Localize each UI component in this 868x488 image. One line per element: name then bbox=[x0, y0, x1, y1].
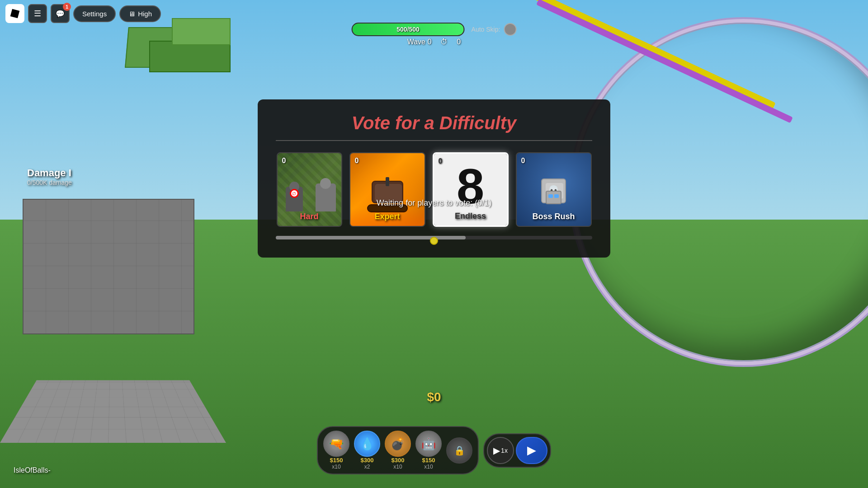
tower-icon-2: 💧 bbox=[354, 431, 380, 457]
tower-1-cost: $150 bbox=[330, 457, 343, 464]
username-label: IsleOfBalls- bbox=[14, 466, 51, 474]
difficulty-card-expert[interactable]: 0 Expert bbox=[349, 152, 425, 227]
auto-skip-control: Auto Skip: bbox=[472, 23, 517, 36]
grid-floor bbox=[0, 330, 226, 443]
wave-info: Wave 0 ⏱ 0 bbox=[407, 38, 461, 46]
hamburger-icon: ☰ bbox=[34, 9, 41, 19]
notification-button[interactable]: 💬 1 bbox=[51, 4, 70, 23]
tower-slots: 🔫 $150 x10 💧 $300 x2 💣 $300 x10 🤖 bbox=[317, 426, 479, 474]
health-text: 500/500 bbox=[353, 23, 464, 35]
difficulty-modal: Vote for a Difficulty ∅ 0 Hard bbox=[258, 99, 610, 258]
tower-slot-4[interactable]: 🤖 $150 x10 bbox=[415, 431, 442, 470]
play-speed-button[interactable]: ▶ 1x bbox=[487, 437, 514, 464]
tower-icon-5: 🔒 bbox=[446, 437, 472, 464]
speed-label: 1x bbox=[501, 447, 508, 454]
tower-4-cost: $150 bbox=[422, 457, 435, 464]
wave-label: Wave 0 bbox=[407, 38, 432, 46]
tower-slot-3[interactable]: 💣 $300 x10 bbox=[385, 431, 411, 470]
play-controls: ▶ 1x ▶ bbox=[483, 433, 551, 468]
health-bar-container: 500/500 Auto Skip: Wave 0 ⏱ 0 bbox=[352, 23, 517, 46]
bottom-bar: 🔫 $150 x10 💧 $300 x2 💣 $300 x10 🤖 bbox=[317, 426, 551, 474]
boss-rush-vote-count: 0 bbox=[521, 157, 525, 165]
waiting-text: Waiting for players to vote: (0/1) bbox=[377, 198, 491, 208]
play-arrow-icon: ▶ bbox=[527, 443, 536, 457]
monitor-icon: 🖥 bbox=[128, 10, 135, 18]
tower-icon-1: 🔫 bbox=[323, 431, 349, 457]
roblox-logo[interactable] bbox=[5, 4, 24, 23]
boss-robot: 💀 bbox=[538, 178, 570, 212]
play-button[interactable]: ▶ bbox=[516, 437, 547, 464]
timer-value: 0 bbox=[457, 38, 461, 46]
svg-rect-0 bbox=[10, 9, 20, 19]
modal-title: Vote for a Difficulty bbox=[276, 113, 592, 133]
damage-title: Damage I bbox=[27, 167, 72, 179]
tower-1-mult: x10 bbox=[332, 464, 340, 470]
tower-slot-1[interactable]: 🔫 $150 x10 bbox=[323, 431, 349, 470]
soldier-2 bbox=[316, 183, 336, 211]
difficulty-card-hard[interactable]: ∅ 0 Hard bbox=[277, 152, 342, 227]
money-display: $0 bbox=[427, 390, 441, 404]
tower-4-mult: x10 bbox=[424, 464, 433, 470]
expert-vote-count: 0 bbox=[355, 157, 359, 165]
green-block-mid bbox=[149, 41, 231, 72]
damage-info: Damage I 0/500K damage bbox=[27, 167, 72, 186]
stone-platform bbox=[23, 199, 194, 334]
tower-2-cost: $300 bbox=[361, 457, 374, 464]
modal-scrollbar[interactable] bbox=[276, 236, 592, 239]
tower-2-mult: x2 bbox=[364, 464, 370, 470]
damage-subtitle: 0/500K damage bbox=[27, 179, 72, 186]
endless-vote-count: 0 bbox=[439, 157, 443, 165]
hard-vote-count: 0 bbox=[282, 157, 286, 165]
auto-skip-toggle[interactable] bbox=[504, 23, 516, 36]
soldier-1: ∅ bbox=[286, 187, 303, 211]
tower-slot-5[interactable]: 🔒 bbox=[446, 437, 472, 464]
hard-label: Hard bbox=[278, 212, 341, 221]
difficulty-card-endless[interactable]: 8 0 Endless bbox=[433, 152, 509, 227]
tower-icon-3: 💣 bbox=[385, 431, 411, 457]
play-icon: ▶ bbox=[493, 445, 500, 456]
notification-badge: 1 bbox=[63, 3, 71, 11]
modal-divider bbox=[276, 140, 592, 141]
tower-3-cost: $300 bbox=[392, 457, 405, 464]
timer-icon: ⏱ bbox=[440, 38, 448, 46]
settings-button[interactable]: Settings bbox=[73, 5, 116, 22]
difficulty-card-boss-rush[interactable]: 💀 0 Boss Rush bbox=[516, 152, 592, 227]
notification-icon: 💬 bbox=[56, 9, 65, 18]
tower-slot-2[interactable]: 💧 $300 x2 bbox=[354, 431, 380, 470]
tower-3-mult: x10 bbox=[393, 464, 402, 470]
tower-icon-4: 🤖 bbox=[415, 431, 442, 457]
quality-button[interactable]: 🖥 High bbox=[119, 5, 161, 22]
health-bar: 500/500 bbox=[352, 23, 465, 36]
endless-label: Endless bbox=[434, 211, 507, 221]
difficulty-cards-row: ∅ 0 Hard bbox=[276, 152, 592, 227]
boss-rush-label: Boss Rush bbox=[517, 212, 591, 221]
menu-button[interactable]: ☰ bbox=[28, 4, 47, 23]
expert-label: Expert bbox=[350, 212, 425, 221]
scroll-dot bbox=[430, 237, 438, 245]
auto-skip-label: Auto Skip: bbox=[472, 26, 500, 33]
